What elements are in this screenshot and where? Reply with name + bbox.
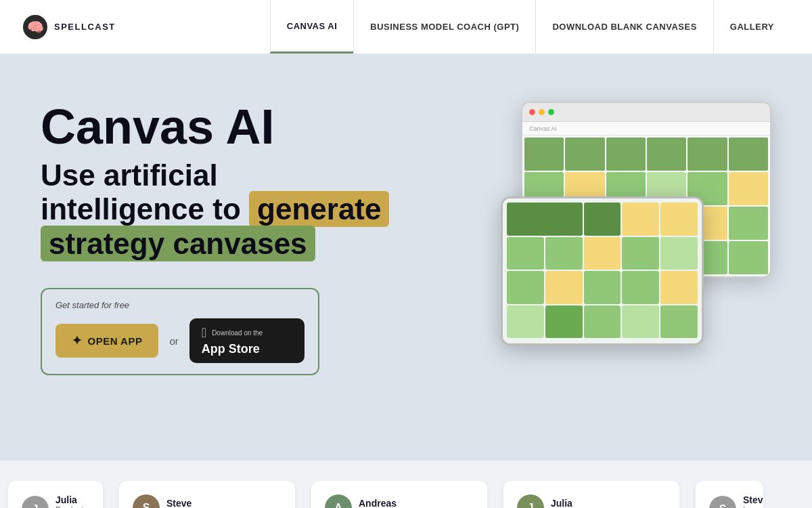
- testimonial-header: J Julia Product Owner: [517, 494, 666, 508]
- tablet-cell: [622, 305, 659, 339]
- tablet-cell: [507, 271, 544, 304]
- hero-subtitle: Use artificial intelligence to generate …: [41, 158, 389, 261]
- tablet-cell: [622, 237, 659, 270]
- testimonial-info: Julia Product Owner: [551, 498, 605, 508]
- testimonial-name: Julia: [55, 494, 89, 505]
- testimonial-card-steve: S Steve Innovation Manager "I was stuck …: [119, 481, 295, 508]
- tablet-cell: [584, 203, 621, 236]
- tablet-cell: [660, 271, 698, 304]
- grid-cell: [647, 137, 686, 171]
- tablet-cell: [507, 237, 544, 270]
- traffic-light-green: [548, 109, 554, 115]
- testimonial-role: Innovation Ma...: [743, 505, 763, 508]
- avatar: J: [517, 494, 544, 508]
- testimonials-section: J Julia Product Owner "I had much fun to…: [0, 461, 812, 508]
- tablet-cell: [507, 305, 544, 339]
- cta-box: Get started for free ✦ OPEN APP or  Dow…: [41, 288, 319, 375]
- tablet-cell: [545, 271, 583, 304]
- testimonial-card-julia2: J Julia Product Owner "My team had much …: [503, 481, 679, 508]
- testimonial-role: Product Owner: [55, 505, 89, 508]
- highlight-strategy: strategy canvases: [41, 226, 315, 261]
- hero-title: Canvas AI: [41, 102, 389, 153]
- grid-cell: [729, 172, 768, 205]
- apple-icon: : [202, 325, 206, 341]
- avatar: A: [325, 494, 352, 508]
- tablet-cell: [660, 237, 698, 270]
- tablet-cell: [545, 305, 583, 339]
- tablet-mockup: [501, 196, 704, 345]
- tablet-cell: [545, 237, 583, 270]
- tablet-grid: [503, 198, 702, 343]
- mockup-toolbar: [522, 103, 770, 122]
- testimonials-list: J Julia Product Owner "I had much fun to…: [0, 481, 812, 508]
- testimonial-info: Julia Product Owner: [55, 494, 89, 508]
- nav-business-model[interactable]: BUSINESS MODEL COACH (GPT): [353, 0, 535, 54]
- grid-cell: [729, 241, 768, 274]
- nav-links: CANVAS AI BUSINESS MODEL COACH (GPT) DOW…: [270, 0, 790, 54]
- testimonial-name: Steve: [743, 494, 763, 505]
- testimonial-info: Andreas Product Manager: [359, 498, 421, 508]
- mockup-title: Canvas Ai: [522, 122, 770, 135]
- tablet-cell: [660, 305, 698, 339]
- testimonial-card-partial-left: J Julia Product Owner "I had much fun to: [8, 481, 103, 508]
- nav-canvas-ai[interactable]: CANVAS AI: [270, 0, 354, 54]
- grid-cell: [524, 137, 564, 171]
- open-app-button[interactable]: ✦ OPEN APP: [55, 324, 158, 358]
- traffic-light-yellow: [539, 109, 545, 115]
- grid-cell: [729, 207, 768, 240]
- appstore-small:  Download on the: [202, 325, 263, 341]
- tablet-cell: [660, 203, 698, 236]
- testimonial-card-andreas: A Andreas Product Manager "I generated s…: [311, 481, 487, 508]
- avatar: S: [709, 496, 736, 508]
- testimonial-header: J Julia Product Owner: [22, 494, 89, 508]
- avatar: S: [133, 494, 160, 508]
- hero-left: Canvas AI Use artificial intelligence to…: [41, 95, 389, 375]
- testimonial-header: A Andreas Product Manager: [325, 494, 474, 508]
- traffic-light-red: [529, 109, 535, 115]
- testimonial-name: Steve: [166, 498, 238, 508]
- navbar: 🧠 SPELLCAST CANVAS AI BUSINESS MODEL COA…: [0, 0, 812, 54]
- sparkle-icon: ✦: [72, 333, 83, 348]
- testimonial-card-partial-right: S Steve Innovation Ma...: [696, 481, 763, 508]
- testimonial-header: S Steve Innovation Manager: [133, 494, 281, 508]
- or-text: or: [169, 335, 178, 347]
- subtitle-line1: Use artificial: [41, 158, 218, 192]
- nav-gallery[interactable]: GALLERY: [713, 0, 790, 54]
- highlight-generate: generate: [249, 191, 389, 227]
- grid-cell: [606, 137, 646, 171]
- subtitle-line2: intelligence to: [41, 192, 241, 226]
- grid-cell: [565, 137, 604, 171]
- avatar: J: [22, 496, 49, 508]
- appstore-button[interactable]:  Download on the App Store: [189, 318, 304, 363]
- open-app-label: OPEN APP: [88, 335, 143, 347]
- tablet-cell: [622, 271, 659, 304]
- testimonial-info: Steve Innovation Ma...: [743, 494, 763, 508]
- logo-text: SPELLCAST: [54, 22, 116, 32]
- testimonial-header: S Steve Innovation Ma...: [709, 494, 750, 508]
- grid-cell: [729, 137, 768, 171]
- tablet-cell: [584, 237, 621, 270]
- cta-buttons: ✦ OPEN APP or  Download on the App Stor…: [55, 318, 304, 363]
- hero-mockup: Canvas Ai: [501, 102, 771, 345]
- tablet-cell: [622, 203, 659, 236]
- logo[interactable]: 🧠 SPELLCAST: [22, 14, 116, 41]
- testimonial-info: Steve Innovation Manager: [166, 498, 238, 508]
- svg-text:🧠: 🧠: [27, 19, 44, 35]
- nav-download[interactable]: DOWNLOAD BLANK CANVASES: [535, 0, 713, 54]
- logo-icon: 🧠: [22, 14, 49, 41]
- grid-cell: [687, 137, 727, 171]
- tablet-cell: [507, 203, 583, 236]
- appstore-big: App Store: [202, 342, 260, 356]
- testimonial-name: Julia: [551, 498, 605, 508]
- testimonial-name: Andreas: [359, 498, 421, 508]
- hero-section: Canvas AI Use artificial intelligence to…: [0, 54, 812, 461]
- tablet-cell: [584, 305, 621, 339]
- tablet-cell: [584, 271, 621, 304]
- cta-label: Get started for free: [55, 300, 304, 310]
